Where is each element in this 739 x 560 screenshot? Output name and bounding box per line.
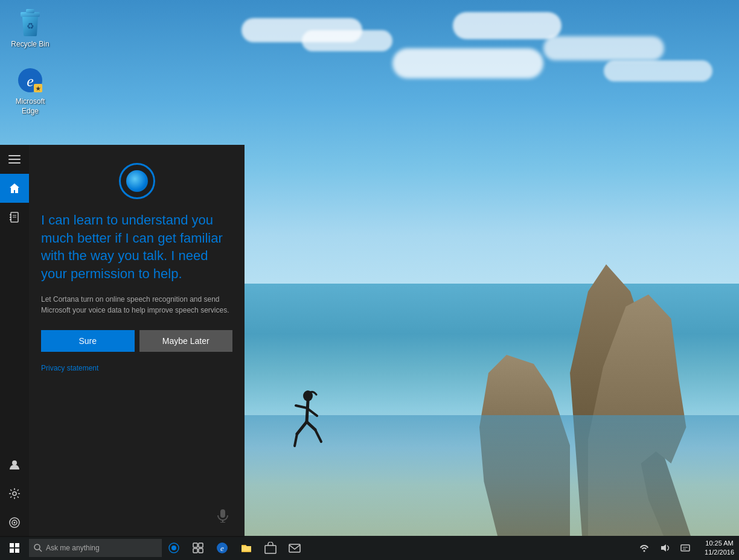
svg-rect-38 — [193, 549, 197, 553]
notebook-icon — [8, 211, 21, 223]
running-figure — [290, 389, 326, 451]
user-nav-item[interactable] — [0, 450, 29, 479]
svg-point-44 — [644, 550, 645, 552]
settings-nav-item[interactable] — [0, 479, 29, 508]
svg-text:★: ★ — [36, 86, 41, 92]
clock-time: 10:25 AM — [705, 539, 733, 548]
microsoft-edge-image: e ★ — [16, 66, 45, 95]
svg-rect-17 — [8, 162, 21, 164]
svg-point-28 — [14, 522, 16, 524]
cortana-taskbar-icon — [168, 542, 179, 553]
search-icon — [34, 544, 42, 552]
notification-icon — [680, 543, 690, 553]
svg-rect-15 — [8, 155, 21, 156]
privacy-statement-link[interactable]: Privacy statement — [41, 364, 232, 372]
sidebar-navigation — [0, 145, 29, 537]
svg-point-25 — [13, 492, 16, 495]
feedback-nav-item[interactable] — [0, 508, 29, 537]
volume-icon — [660, 543, 670, 553]
svg-point-35 — [171, 546, 176, 550]
microsoft-edge-icon[interactable]: e ★ Microsoft Edge — [6, 63, 54, 118]
svg-line-5 — [295, 434, 297, 446]
svg-rect-19 — [10, 214, 11, 215]
svg-rect-36 — [193, 543, 197, 547]
taskbar-explorer-button[interactable] — [234, 536, 258, 560]
svg-text:e: e — [27, 72, 34, 90]
home-nav-item[interactable] — [0, 174, 29, 203]
start-menu-panel: I can learn to understand you much bette… — [0, 145, 245, 537]
sure-button[interactable]: Sure — [41, 330, 135, 352]
windows-logo-icon — [10, 543, 19, 553]
svg-rect-29 — [220, 509, 225, 518]
microsoft-edge-label: Microsoft Edge — [8, 97, 52, 116]
taskbar-clock[interactable]: 10:25 AM 11/2/2016 — [700, 536, 739, 560]
svg-rect-21 — [10, 219, 11, 220]
taskbar-edge-button[interactable]: e — [210, 536, 234, 560]
system-tray — [635, 536, 700, 560]
taskbar-search-box[interactable]: Ask me anything — [29, 539, 162, 557]
recycle-bin-image: ♻ — [16, 8, 45, 37]
svg-rect-43 — [289, 544, 300, 552]
network-tray-icon[interactable] — [635, 536, 654, 560]
cloud-6 — [604, 60, 712, 81]
feedback-icon — [8, 517, 21, 529]
action-center-icon[interactable] — [676, 536, 695, 560]
task-view-button[interactable] — [186, 536, 210, 560]
notebook-nav-item[interactable] — [0, 203, 29, 232]
svg-point-32 — [34, 544, 40, 550]
svg-rect-16 — [8, 159, 21, 160]
clock-date: 11/2/2016 — [705, 548, 734, 557]
microphone-icon — [217, 508, 229, 523]
desktop: ♻ Recycle Bin e ★ — [0, 0, 739, 560]
svg-text:e: e — [220, 544, 224, 553]
svg-rect-42 — [265, 546, 276, 553]
svg-line-4 — [297, 422, 307, 434]
search-placeholder: Ask me anything — [46, 544, 100, 552]
cloud-4 — [453, 12, 561, 39]
cortana-logo — [119, 163, 155, 199]
maybe-later-button[interactable]: Maybe Later — [139, 330, 233, 352]
svg-line-1 — [307, 401, 308, 422]
menu-icon — [8, 153, 21, 165]
start-button[interactable] — [0, 536, 29, 560]
svg-line-7 — [315, 430, 321, 442]
mail-icon — [289, 542, 301, 554]
cloud-3 — [392, 48, 543, 78]
svg-rect-46 — [681, 545, 689, 551]
store-icon — [264, 542, 277, 554]
taskbar-mail-button[interactable] — [283, 536, 307, 560]
cortana-heading: I can learn to understand you much bette… — [41, 211, 232, 283]
svg-text:♻: ♻ — [27, 21, 34, 31]
cloud-5 — [543, 36, 664, 60]
recycle-bin-label: Recycle Bin — [11, 40, 49, 49]
svg-rect-9 — [26, 9, 34, 13]
svg-rect-39 — [199, 549, 203, 553]
edge-taskbar-icon: e — [216, 542, 228, 554]
home-icon — [8, 182, 21, 194]
svg-rect-20 — [10, 217, 11, 218]
cortana-action-buttons: Sure Maybe Later — [41, 330, 232, 352]
svg-line-6 — [307, 422, 315, 430]
settings-icon — [8, 488, 21, 500]
svg-rect-37 — [199, 543, 203, 547]
task-view-icon — [193, 542, 203, 553]
taskbar: Ask me anything e — [0, 536, 739, 560]
cortana-content-area: I can learn to understand you much bette… — [29, 145, 245, 537]
svg-line-2 — [296, 406, 307, 408]
taskbar-store-button[interactable] — [258, 536, 283, 560]
cortana-description: Let Cortana turn on online speech recogn… — [41, 294, 232, 316]
user-icon — [8, 459, 21, 471]
svg-marker-45 — [661, 544, 666, 552]
svg-point-24 — [12, 460, 17, 465]
cortana-logo-inner — [126, 170, 148, 192]
network-icon — [639, 543, 649, 553]
microphone-button[interactable] — [213, 506, 232, 525]
file-explorer-icon — [240, 542, 252, 554]
svg-line-33 — [39, 549, 42, 552]
cloud-2 — [302, 30, 392, 51]
hamburger-menu-button[interactable] — [0, 145, 29, 174]
taskbar-cortana-button[interactable] — [162, 536, 186, 560]
recycle-bin-icon[interactable]: ♻ Recycle Bin — [6, 6, 54, 52]
volume-tray-icon[interactable] — [655, 536, 674, 560]
